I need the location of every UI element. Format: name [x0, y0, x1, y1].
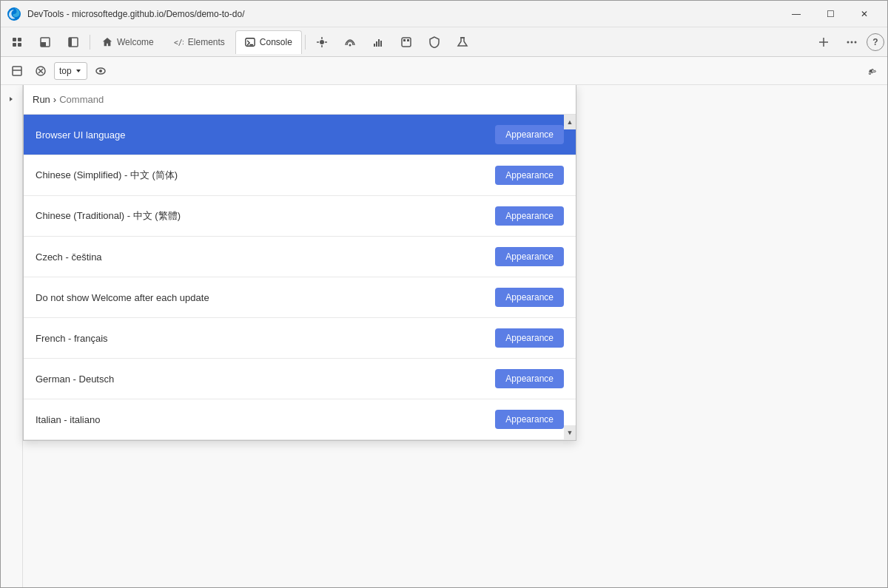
command-item[interactable]: Do not show Welcome after each updateApp…	[24, 277, 576, 318]
command-item-label: Italian - italiano	[36, 414, 100, 425]
command-item[interactable]: Italian - italianoAppearance	[24, 399, 576, 440]
svg-point-29	[855, 41, 857, 43]
window-controls: — ☐ ✕	[779, 1, 881, 27]
window-title: DevTools - microsoftedge.github.io/Demos…	[27, 9, 779, 19]
svg-rect-17	[374, 44, 375, 47]
eye-button[interactable]	[90, 61, 111, 81]
command-item[interactable]: Chinese (Simplified) - 中文 (简体)Appearance	[24, 155, 576, 196]
dock-button[interactable]	[32, 30, 58, 54]
help-button[interactable]: ?	[867, 33, 884, 51]
svg-rect-19	[378, 39, 380, 47]
command-item-label: Chinese (Traditional) - 中文 (繁體)	[36, 209, 181, 223]
svg-point-11	[320, 40, 324, 44]
command-item-label: Chinese (Simplified) - 中文 (简体)	[36, 169, 178, 182]
experiments-icon-btn[interactable]	[449, 30, 476, 54]
command-input-row: Run ›	[24, 85, 576, 115]
appearance-button[interactable]: Appearance	[495, 247, 564, 266]
svg-rect-23	[407, 39, 409, 41]
add-tab-button[interactable]	[810, 30, 837, 54]
clear-button[interactable]	[30, 61, 51, 81]
performance-icon-btn[interactable]	[365, 30, 391, 54]
context-value: top	[59, 66, 72, 76]
svg-text:</>: </>	[174, 38, 184, 46]
run-arrow: ›	[53, 94, 56, 105]
minimize-button[interactable]: —	[779, 1, 813, 27]
tab-welcome[interactable]: Welcome	[93, 30, 163, 54]
devtools-window: DevTools - microsoftedge.github.io/Demos…	[0, 0, 888, 588]
appearance-button[interactable]: Appearance	[495, 328, 564, 348]
chevron-down-icon	[75, 67, 82, 75]
svg-rect-8	[69, 38, 72, 47]
command-item-label: Czech - čeština	[36, 251, 102, 263]
svg-rect-1	[13, 38, 16, 41]
svg-rect-3	[13, 43, 16, 47]
tab-right-icons: ?	[810, 30, 884, 54]
panel-toggle-button[interactable]	[7, 61, 27, 81]
svg-rect-22	[403, 39, 406, 41]
svg-point-28	[851, 41, 853, 43]
command-item-label: French - français	[36, 333, 108, 344]
expand-button[interactable]	[4, 91, 20, 107]
appearance-button[interactable]: Appearance	[495, 288, 564, 307]
command-area: Run › ▲ Browser UI languageAppearanceChi…	[23, 85, 887, 587]
appearance-button[interactable]: Appearance	[495, 125, 564, 144]
command-list-wrapper: ▲ Browser UI languageAppearanceChinese (…	[24, 115, 576, 440]
context-selector[interactable]: top	[54, 62, 87, 80]
tab-divider-1	[90, 35, 90, 50]
tab-console[interactable]: Console	[235, 30, 302, 54]
home-icon	[102, 37, 112, 47]
appearance-button[interactable]: Appearance	[495, 166, 564, 185]
command-list: Browser UI languageAppearanceChinese (Si…	[24, 115, 576, 440]
command-item[interactable]: Chinese (Traditional) - 中文 (繁體)Appearanc…	[24, 196, 576, 237]
sidebar	[1, 85, 23, 587]
main-content: Run › ▲ Browser UI languageAppearanceChi…	[1, 85, 887, 587]
svg-rect-18	[376, 41, 377, 47]
command-input[interactable]	[59, 94, 567, 105]
scroll-down-button[interactable]: ▼	[564, 425, 576, 440]
elements-icon: </>	[173, 37, 184, 47]
more-tools-button[interactable]	[838, 30, 865, 54]
appearance-button[interactable]: Appearance	[495, 206, 564, 226]
svg-point-16	[349, 44, 351, 46]
command-item-label: Browser UI language	[36, 129, 125, 141]
tab-elements[interactable]: </> Elements	[164, 30, 234, 54]
network-icon-btn[interactable]	[337, 30, 363, 54]
svg-rect-2	[18, 38, 21, 41]
edge-icon	[7, 7, 21, 21]
command-item[interactable]: Browser UI languageAppearance	[24, 115, 576, 155]
scroll-up-button[interactable]: ▲	[564, 115, 576, 129]
console-icon	[245, 37, 255, 47]
appearance-button[interactable]: Appearance	[495, 369, 564, 388]
devtools-toggle-button[interactable]	[4, 30, 30, 54]
settings-button[interactable]	[861, 61, 881, 81]
title-bar: DevTools - microsoftedge.github.io/Demos…	[1, 1, 887, 27]
debug-icon-btn[interactable]	[309, 30, 335, 54]
command-item[interactable]: Czech - češtinaAppearance	[24, 237, 576, 277]
command-item-label: Do not show Welcome after each update	[36, 292, 209, 303]
tab-bar: Welcome </> Elements Console	[1, 27, 887, 57]
svg-rect-20	[380, 41, 382, 47]
security-icon-btn[interactable]	[421, 30, 448, 54]
svg-rect-4	[18, 43, 21, 47]
svg-rect-30	[13, 67, 21, 75]
toolbar: top	[1, 57, 887, 85]
command-item[interactable]: French - françaisAppearance	[24, 318, 576, 359]
maximize-button[interactable]: ☐	[813, 1, 847, 27]
command-item[interactable]: German - DeutschAppearance	[24, 359, 576, 399]
svg-point-27	[847, 41, 850, 43]
svg-rect-21	[402, 38, 411, 47]
close-button[interactable]: ✕	[847, 1, 881, 27]
application-icon-btn[interactable]	[393, 30, 420, 54]
command-palette: Run › ▲ Browser UI languageAppearanceChi…	[23, 85, 576, 441]
svg-point-36	[99, 70, 102, 72]
run-label: Run	[33, 94, 50, 105]
sidebar-toggle-button[interactable]	[60, 30, 87, 54]
svg-rect-6	[41, 42, 46, 47]
command-item-label: German - Deutsch	[36, 374, 114, 385]
appearance-button[interactable]: Appearance	[495, 410, 564, 429]
tab-divider-2	[305, 35, 306, 50]
